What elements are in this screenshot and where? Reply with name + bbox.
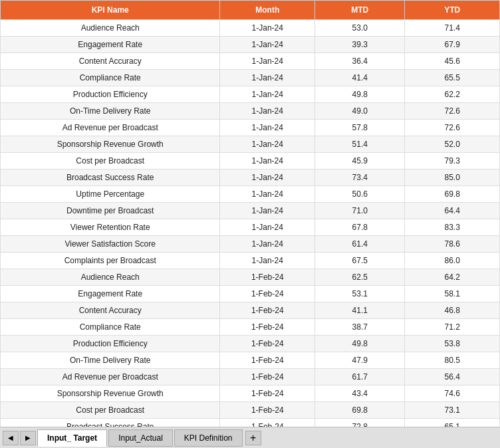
cell-kpi: On-Time Delivery Rate <box>1 352 220 369</box>
cell-kpi: Content Accuracy <box>1 53 220 70</box>
cell-month: 1-Feb-24 <box>220 302 315 319</box>
cell-mtd: 36.4 <box>315 53 405 70</box>
cell-kpi: Cost per Broadcast <box>1 153 220 169</box>
cell-ytd: 80.5 <box>405 352 500 369</box>
cell-mtd: 61.7 <box>315 369 405 386</box>
cell-ytd: 45.6 <box>405 53 500 70</box>
cell-kpi: Broadcast Success Rate <box>1 169 220 186</box>
tab-item[interactable]: Input_ Target <box>37 429 107 447</box>
cell-kpi: Compliance Rate <box>1 319 220 336</box>
cell-mtd: 39.3 <box>315 37 405 53</box>
tabs-container: Input_ TargetInput_ActualKPI Definition <box>37 429 244 447</box>
table-row: Sponsorship Revenue Growth1-Jan-2451.452… <box>1 136 500 153</box>
tab-next-button[interactable]: ▶ <box>20 431 36 445</box>
cell-ytd: 83.3 <box>405 219 500 236</box>
cell-month: 1-Feb-24 <box>220 386 315 402</box>
cell-month: 1-Jan-24 <box>220 103 315 120</box>
cell-kpi: Ad Revenue per Broadcast <box>1 120 220 136</box>
cell-ytd: 67.9 <box>405 37 500 53</box>
cell-ytd: 46.8 <box>405 302 500 319</box>
tab-add-button[interactable]: + <box>245 431 261 445</box>
cell-ytd: 73.1 <box>405 402 500 419</box>
table-row: Audience Reach1-Jan-2453.071.4 <box>1 20 500 37</box>
cell-mtd: 67.8 <box>315 219 405 236</box>
table-row: Sponsorship Revenue Growth1-Feb-2443.474… <box>1 386 500 402</box>
cell-month: 1-Feb-24 <box>220 369 315 386</box>
cell-mtd: 62.5 <box>315 269 405 286</box>
cell-kpi: Cost per Broadcast <box>1 402 220 419</box>
table-row: Ad Revenue per Broadcast1-Jan-2457.872.6 <box>1 120 500 136</box>
cell-month: 1-Jan-24 <box>220 186 315 203</box>
cell-ytd: 65.5 <box>405 70 500 86</box>
cell-ytd: 52.0 <box>405 136 500 153</box>
cell-ytd: 62.2 <box>405 86 500 103</box>
table-row: Broadcast Success Rate1-Jan-2473.485.0 <box>1 169 500 186</box>
cell-mtd: 73.4 <box>315 169 405 186</box>
cell-mtd: 61.4 <box>315 236 405 253</box>
table-row: Compliance Rate1-Feb-2438.771.2 <box>1 319 500 336</box>
tab-item[interactable]: KPI Definition <box>174 429 243 447</box>
cell-month: 1-Feb-24 <box>220 419 315 427</box>
cell-mtd: 45.9 <box>315 153 405 169</box>
cell-month: 1-Feb-24 <box>220 286 315 302</box>
kpi-table: KPI Name Month MTD YTD Audience Reach1-J… <box>0 0 500 427</box>
cell-month: 1-Jan-24 <box>220 253 315 269</box>
cell-kpi: Complaints per Broadcast <box>1 253 220 269</box>
table-row: Engagement Rate1-Feb-2453.158.1 <box>1 286 500 302</box>
col-header-ytd: YTD <box>405 1 500 20</box>
table-row: Broadcast Success Rate1-Feb-2472.865.1 <box>1 419 500 427</box>
cell-kpi: Engagement Rate <box>1 286 220 302</box>
cell-kpi: Sponsorship Revenue Growth <box>1 386 220 402</box>
cell-mtd: 43.4 <box>315 386 405 402</box>
cell-mtd: 49.8 <box>315 336 405 352</box>
cell-month: 1-Feb-24 <box>220 319 315 336</box>
cell-mtd: 53.1 <box>315 286 405 302</box>
cell-mtd: 50.6 <box>315 186 405 203</box>
cell-mtd: 53.0 <box>315 20 405 37</box>
table-row: Complaints per Broadcast1-Jan-2467.586.0 <box>1 253 500 269</box>
cell-kpi: Uptime Percentage <box>1 186 220 203</box>
cell-mtd: 38.7 <box>315 319 405 336</box>
col-header-mtd: MTD <box>315 1 405 20</box>
col-header-month: Month <box>220 1 315 20</box>
cell-ytd: 85.0 <box>405 169 500 186</box>
cell-month: 1-Jan-24 <box>220 53 315 70</box>
cell-mtd: 67.5 <box>315 253 405 269</box>
cell-month: 1-Jan-24 <box>220 153 315 169</box>
cell-month: 1-Jan-24 <box>220 236 315 253</box>
cell-kpi: Audience Reach <box>1 20 220 37</box>
cell-ytd: 72.6 <box>405 103 500 120</box>
cell-kpi: Compliance Rate <box>1 70 220 86</box>
cell-month: 1-Feb-24 <box>220 269 315 286</box>
cell-month: 1-Jan-24 <box>220 203 315 219</box>
cell-ytd: 78.6 <box>405 236 500 253</box>
cell-mtd: 49.8 <box>315 86 405 103</box>
table-row: On-Time Delivery Rate1-Jan-2449.072.6 <box>1 103 500 120</box>
tab-prev-button[interactable]: ◀ <box>3 431 19 445</box>
cell-mtd: 49.0 <box>315 103 405 120</box>
tab-item[interactable]: Input_Actual <box>108 429 173 447</box>
table-row: Production Efficiency1-Feb-2449.853.8 <box>1 336 500 352</box>
cell-mtd: 47.9 <box>315 352 405 369</box>
cell-month: 1-Feb-24 <box>220 336 315 352</box>
cell-ytd: 72.6 <box>405 120 500 136</box>
cell-month: 1-Jan-24 <box>220 120 315 136</box>
table-row: Production Efficiency1-Jan-2449.862.2 <box>1 86 500 103</box>
table-container[interactable]: KPI Name Month MTD YTD Audience Reach1-J… <box>0 0 500 427</box>
cell-ytd: 65.1 <box>405 419 500 427</box>
cell-kpi: Audience Reach <box>1 269 220 286</box>
cell-kpi: Downtime per Broadcast <box>1 203 220 219</box>
cell-ytd: 86.0 <box>405 253 500 269</box>
table-row: Cost per Broadcast1-Jan-2445.979.3 <box>1 153 500 169</box>
cell-kpi: Broadcast Success Rate <box>1 419 220 427</box>
table-row: Content Accuracy1-Jan-2436.445.6 <box>1 53 500 70</box>
cell-month: 1-Jan-24 <box>220 86 315 103</box>
cell-kpi: Viewer Satisfaction Score <box>1 236 220 253</box>
table-row: Audience Reach1-Feb-2462.564.2 <box>1 269 500 286</box>
cell-ytd: 79.3 <box>405 153 500 169</box>
cell-kpi: Content Accuracy <box>1 302 220 319</box>
cell-mtd: 41.1 <box>315 302 405 319</box>
table-row: Downtime per Broadcast1-Jan-2471.064.4 <box>1 203 500 219</box>
cell-ytd: 74.6 <box>405 386 500 402</box>
table-row: Cost per Broadcast1-Feb-2469.873.1 <box>1 402 500 419</box>
